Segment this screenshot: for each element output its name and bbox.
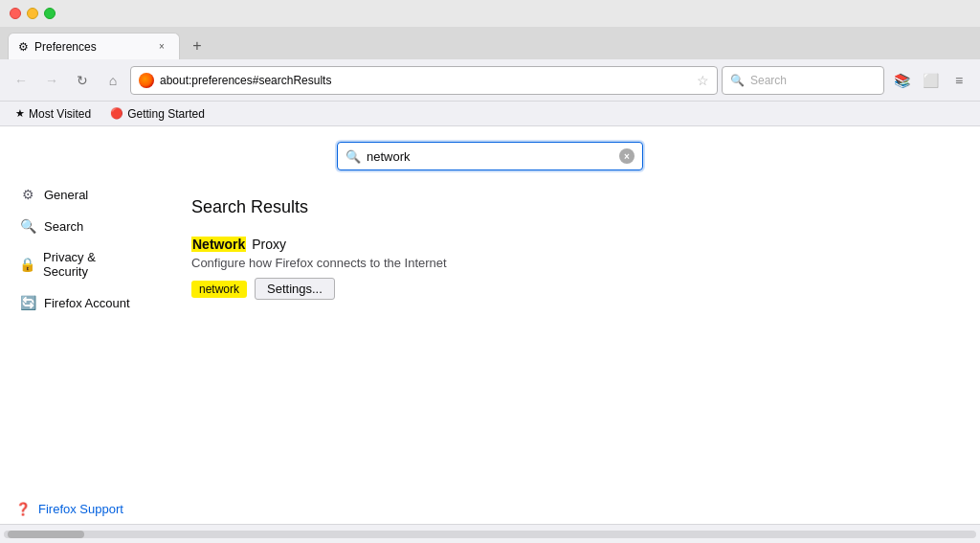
preferences-search-area: 🔍 × [0, 126, 980, 178]
pref-search-icon: 🔍 [345, 149, 361, 164]
sidebar-item-privacy[interactable]: 🔒 Privacy & Security [4, 242, 149, 286]
result-item-network-proxy: Network Proxy Configure how Firefox conn… [191, 237, 942, 300]
most-visited-label: Most Visited [29, 107, 91, 121]
maximize-button[interactable] [44, 8, 56, 19]
sidebar: ⚙ General 🔍 Search 🔒 Privacy & Security … [0, 178, 153, 494]
toolbar: ← → ↻ ⌂ about:preferences#searchResults … [0, 59, 980, 102]
page-layout: 🔍 × ⚙ General 🔍 Search 🔒 Privacy & Secur… [0, 126, 980, 543]
result-actions: network Settings... [191, 278, 942, 300]
synced-tabs-button[interactable]: ⬜ [917, 67, 944, 94]
search-icon: 🔍 [19, 218, 36, 234]
toolbar-right: 📚 ⬜ ≡ [888, 67, 972, 94]
getting-started-icon: 🔴 [110, 107, 123, 120]
sidebar-item-label-privacy: Privacy & Security [43, 250, 134, 279]
bookmark-getting-started[interactable]: 🔴 Getting Started [104, 105, 211, 123]
sidebar-item-label-search: Search [44, 219, 83, 234]
bookmark-star-icon[interactable]: ☆ [697, 73, 709, 88]
sidebar-item-search[interactable]: 🔍 Search [4, 211, 149, 241]
close-button[interactable] [10, 8, 21, 19]
preferences-search-box[interactable]: 🔍 × [337, 142, 643, 170]
sidebar-item-firefox-account[interactable]: 🔄 Firefox Account [4, 287, 149, 318]
minimize-button[interactable] [27, 8, 38, 19]
sidebar-item-label-account: Firefox Account [44, 296, 130, 310]
sync-icon: 🔄 [19, 295, 36, 310]
lock-icon: 🔒 [19, 257, 35, 272]
refresh-button[interactable]: ↻ [69, 67, 96, 94]
tag-badge: network [191, 281, 247, 298]
home-button[interactable]: ⌂ [100, 67, 126, 94]
titlebar [0, 0, 980, 27]
firefox-support-link[interactable]: ❓ Firefox Support [0, 494, 153, 524]
tab-close-button[interactable]: × [154, 39, 169, 55]
result-title-after: Proxy [252, 237, 286, 252]
gear-icon: ⚙ [19, 187, 36, 202]
results-title: Search Results [191, 197, 942, 217]
new-tab-button[interactable]: + [184, 33, 211, 59]
forward-button[interactable]: → [38, 67, 65, 94]
scrollbar-thumb[interactable] [8, 531, 84, 538]
settings-button[interactable]: Settings... [255, 278, 335, 300]
result-title: Network Proxy [191, 237, 942, 252]
menu-button[interactable]: ≡ [946, 67, 972, 94]
sidebar-item-general[interactable]: ⚙ General [4, 179, 149, 210]
address-text: about:preferences#searchResults [160, 74, 691, 87]
bookmark-most-visited[interactable]: ★ Most Visited [10, 105, 97, 123]
address-bar[interactable]: about:preferences#searchResults ☆ [130, 66, 718, 95]
scrollbar-track [4, 531, 976, 538]
browser-search-placeholder: Search [750, 74, 787, 87]
tab-preferences[interactable]: ⚙ Preferences × [8, 33, 180, 59]
content-wrapper: ⚙ General 🔍 Search 🔒 Privacy & Security … [0, 178, 980, 524]
sidebar-container: ⚙ General 🔍 Search 🔒 Privacy & Security … [0, 178, 153, 524]
support-icon: ❓ [15, 502, 31, 516]
content-area: Search Results Network Proxy Configure h… [153, 178, 980, 524]
tabbar: ⚙ Preferences × + [0, 27, 980, 59]
getting-started-label: Getting Started [127, 107, 205, 121]
scrollbar-area[interactable] [0, 524, 980, 543]
preferences-search-input[interactable] [367, 149, 613, 164]
tab-label: Preferences [34, 40, 97, 54]
library-button[interactable]: 📚 [888, 67, 915, 94]
bookmarks-bar: ★ Most Visited 🔴 Getting Started [0, 102, 980, 126]
tab-icon: ⚙ [18, 40, 29, 54]
firefox-logo-icon [139, 73, 154, 88]
most-visited-icon: ★ [15, 107, 25, 120]
result-highlight: Network [191, 237, 246, 252]
back-button[interactable]: ← [8, 67, 34, 94]
result-description: Configure how Firefox connects to the In… [191, 256, 942, 270]
support-label: Firefox Support [38, 502, 123, 516]
sidebar-item-label-general: General [44, 188, 88, 202]
browser-search-icon: 🔍 [730, 74, 745, 87]
pref-search-clear-button[interactable]: × [619, 148, 635, 164]
browser-search-bar[interactable]: 🔍 Search [722, 66, 884, 95]
